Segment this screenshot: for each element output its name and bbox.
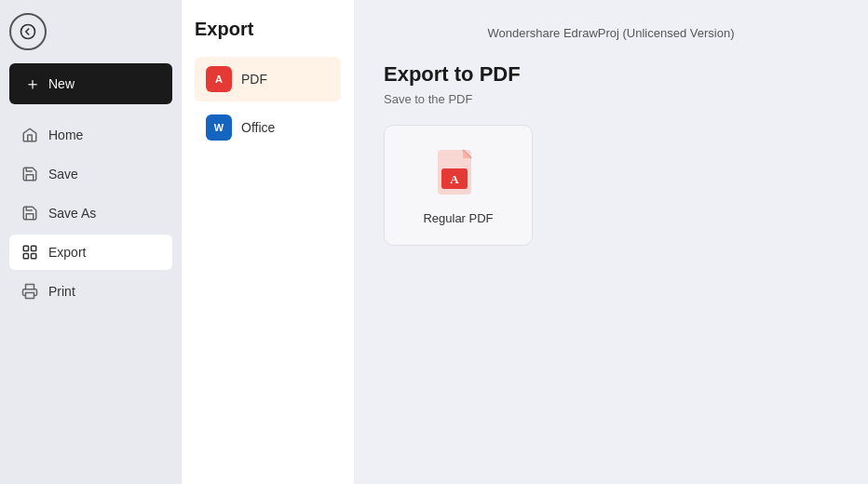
svg-point-0 (21, 25, 35, 39)
app-title: Wondershare EdrawProj (Unlicensed Versio… (384, 26, 838, 40)
export-office-label: Office (241, 120, 275, 135)
sidebar-item-save[interactable]: Save (9, 156, 172, 192)
home-icon (20, 126, 39, 144)
export-type-office[interactable]: W Office (195, 105, 341, 150)
sidebar-print-label: Print (48, 284, 75, 299)
save-icon (20, 165, 39, 183)
sidebar-item-home[interactable]: Home (9, 117, 172, 153)
export-subtitle: Save to the PDF (384, 92, 838, 106)
save-as-icon (20, 204, 39, 222)
sidebar-item-save-as[interactable]: Save As (9, 195, 172, 231)
svg-rect-5 (26, 293, 34, 299)
sidebar-item-print[interactable]: Print (9, 274, 172, 309)
export-type-pdf[interactable]: A PDF (195, 57, 341, 101)
export-panel-title: Export (195, 19, 341, 40)
office-type-icon: W (206, 114, 232, 141)
svg-rect-4 (32, 254, 36, 259)
plus-icon: ＋ (24, 73, 41, 95)
print-icon (20, 282, 39, 301)
export-pdf-label: PDF (241, 72, 267, 87)
svg-rect-1 (23, 246, 28, 250)
pdf-file-icon: A (434, 146, 482, 202)
sidebar: ＋ New Home Save (0, 0, 182, 484)
svg-rect-2 (32, 246, 36, 250)
sidebar-item-export[interactable]: Export (9, 235, 172, 270)
new-label: New (48, 76, 75, 91)
export-panel: Export A PDF W Office (182, 0, 354, 484)
pdf-type-icon: A (206, 66, 232, 92)
sidebar-export-label: Export (48, 245, 86, 260)
svg-text:A: A (450, 172, 459, 186)
sidebar-save-label: Save (48, 167, 78, 182)
svg-rect-3 (23, 254, 28, 259)
regular-pdf-card[interactable]: A Regular PDF (384, 125, 533, 246)
new-button[interactable]: ＋ New (9, 63, 172, 104)
sidebar-save-as-label: Save As (48, 206, 96, 221)
export-heading: Export to PDF (384, 62, 838, 87)
regular-pdf-label: Regular PDF (423, 211, 493, 225)
back-button[interactable] (9, 13, 47, 50)
export-icon (20, 243, 39, 262)
sidebar-home-label: Home (48, 128, 83, 142)
main-content: Wondershare EdrawProj (Unlicensed Versio… (354, 0, 868, 484)
